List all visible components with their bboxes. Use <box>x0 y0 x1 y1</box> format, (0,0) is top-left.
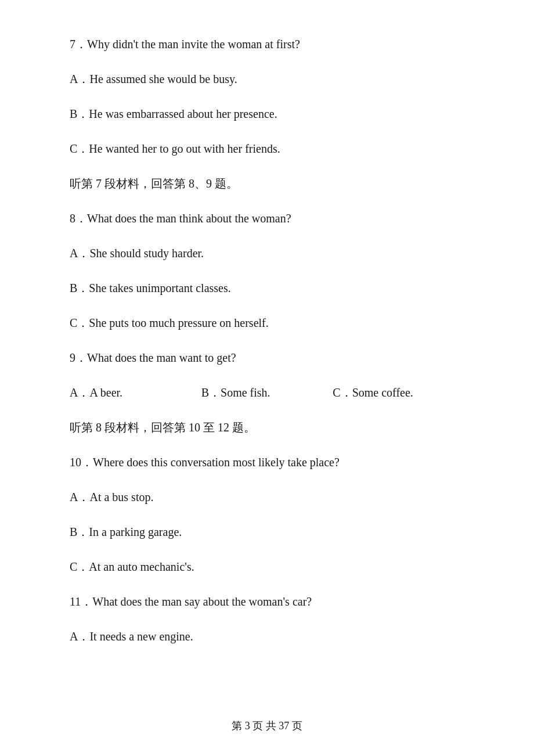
q7c-text: C．He wanted her to go out with her frien… <box>70 139 464 158</box>
question-8-text: 8．What does the man think about the woma… <box>70 209 464 228</box>
q9b-text: B．Some fish. <box>201 383 333 402</box>
question-7-option-a: A．He assumed she would be busy. <box>70 70 464 88</box>
instruction-8: 听第 8 段材料，回答第 10 至 12 题。 <box>70 418 464 437</box>
page-footer: 第 3 页 共 37 页 <box>0 719 534 733</box>
question-10-option-c: C．At an auto mechanic's. <box>70 557 464 576</box>
question-7-option-c: C．He wanted her to go out with her frien… <box>70 139 464 158</box>
question-10-text: 10．Where does this conversation most lik… <box>70 453 464 471</box>
q7a-text: A．He assumed she would be busy. <box>70 70 464 88</box>
instruction-8-text: 听第 8 段材料，回答第 10 至 12 题。 <box>70 418 464 437</box>
q10b-text: B．In a parking garage. <box>70 523 464 541</box>
question-9-text: 9．What does the man want to get? <box>70 348 464 367</box>
question-9: 9．What does the man want to get? <box>70 348 464 367</box>
question-11-text: 11．What does the man say about the woman… <box>70 592 464 611</box>
q10a-text: A．At a bus stop. <box>70 488 464 506</box>
question-11: 11．What does the man say about the woman… <box>70 592 464 611</box>
footer-text: 第 3 页 共 37 页 <box>232 720 302 732</box>
question-10-option-a: A．At a bus stop. <box>70 488 464 506</box>
question-10-option-b: B．In a parking garage. <box>70 523 464 541</box>
q8a-text: A．She should study harder. <box>70 244 464 262</box>
q9a-text: A．A beer. <box>70 383 201 402</box>
q8c-text: C．She puts too much pressure on herself. <box>70 314 464 332</box>
question-10: 10．Where does this conversation most lik… <box>70 453 464 471</box>
q9c-text: C．Some coffee. <box>333 383 464 402</box>
instruction-7: 听第 7 段材料，回答第 8、9 题。 <box>70 174 464 193</box>
q8b-text: B．She takes unimportant classes. <box>70 279 464 297</box>
q11a-text: A．It needs a new engine. <box>70 627 464 646</box>
question-7-option-b: B．He was embarrassed about her presence. <box>70 105 464 123</box>
question-8: 8．What does the man think about the woma… <box>70 209 464 228</box>
q7b-text: B．He was embarrassed about her presence. <box>70 105 464 123</box>
question-8-option-a: A．She should study harder. <box>70 244 464 262</box>
instruction-7-text: 听第 7 段材料，回答第 8、9 题。 <box>70 174 464 193</box>
question-7-text: 7．Why didn't the man invite the woman at… <box>70 35 464 53</box>
question-8-option-c: C．She puts too much pressure on herself. <box>70 314 464 332</box>
question-7: 7．Why didn't the man invite the woman at… <box>70 35 464 53</box>
q10c-text: C．At an auto mechanic's. <box>70 557 464 576</box>
question-9-options-inline: A．A beer. B．Some fish. C．Some coffee. <box>70 383 464 402</box>
question-8-option-b: B．She takes unimportant classes. <box>70 279 464 297</box>
question-11-option-a: A．It needs a new engine. <box>70 627 464 646</box>
